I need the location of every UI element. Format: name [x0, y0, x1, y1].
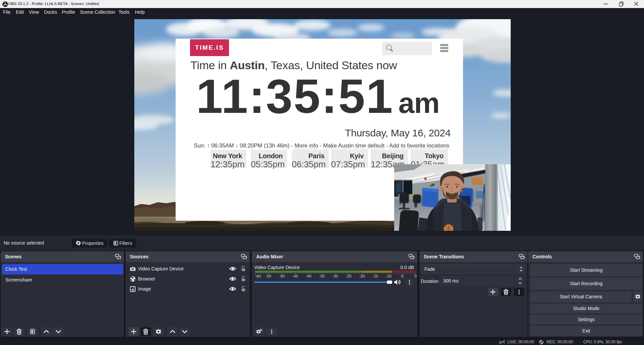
svg-text:-30: -30 [332, 274, 338, 278]
svg-text:-55: -55 [266, 274, 271, 278]
svg-text:0: 0 [415, 274, 417, 278]
svg-text:-20: -20 [359, 274, 365, 278]
svg-text:-10: -10 [386, 274, 392, 278]
svg-text:-60: -60 [255, 274, 261, 278]
svg-text:-5: -5 [400, 274, 404, 278]
svg-text:-25: -25 [346, 274, 352, 278]
svg-text:-40: -40 [306, 274, 312, 278]
svg-text:-50: -50 [279, 274, 285, 278]
svg-text:-15: -15 [372, 274, 378, 278]
svg-text:-45: -45 [292, 274, 298, 278]
svg-text:-35: -35 [319, 274, 325, 278]
